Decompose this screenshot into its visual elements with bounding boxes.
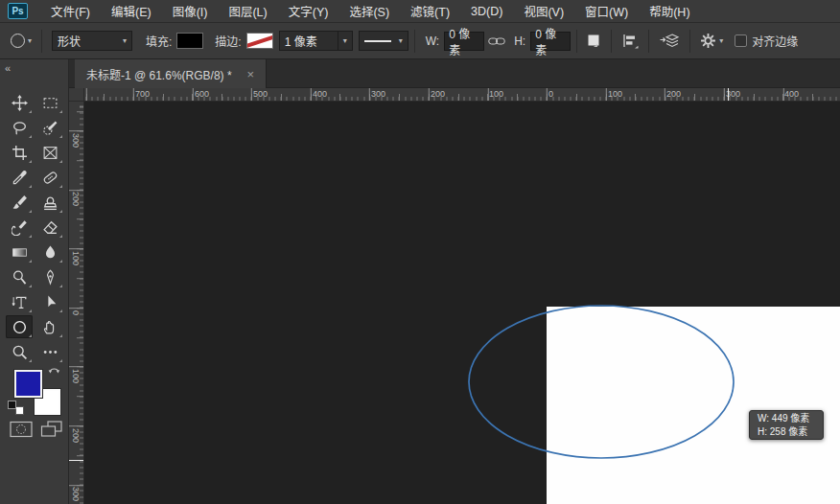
- blur-tool[interactable]: [36, 241, 63, 263]
- path-selection-tool[interactable]: [36, 290, 63, 313]
- horizontal-ruler[interactable]: 700 600 500 400 300 200 100 0 100 200 30…: [84, 88, 840, 102]
- pen-tool[interactable]: [36, 265, 63, 288]
- ruler-label: 700: [135, 89, 150, 99]
- quick-mask-icon: [10, 420, 34, 439]
- stroke-width-dropdown-button[interactable]: ▾: [338, 31, 353, 51]
- menu-edit[interactable]: 编辑(E): [101, 0, 162, 22]
- foreground-color-swatch[interactable]: [14, 370, 42, 398]
- pen-nib-icon: [42, 269, 58, 286]
- ruler-label: 300: [71, 487, 81, 501]
- swap-arrows-icon: [47, 364, 61, 376]
- ruler-origin-box[interactable]: [69, 88, 84, 102]
- menu-bar: Ps 文件(F) 编辑(E) 图像(I) 图层(L) 文字(Y) 选择(S) 滤…: [0, 0, 840, 23]
- frame-tool[interactable]: [36, 141, 63, 164]
- ruler-label: 400: [313, 89, 327, 99]
- ruler-label: 100: [71, 251, 81, 265]
- collapse-panel-icon[interactable]: «: [5, 62, 10, 74]
- shape-height-input[interactable]: 0 像素: [530, 32, 571, 51]
- gradient-tool[interactable]: [6, 241, 33, 263]
- ruler-label: 100: [489, 89, 503, 99]
- spot-healing-brush-tool[interactable]: [36, 166, 63, 189]
- eraser-tool[interactable]: [36, 216, 63, 239]
- history-brush-icon: [12, 219, 28, 236]
- stroke-width-input[interactable]: 1 像素: [279, 31, 338, 51]
- menu-file[interactable]: 文件(F): [40, 0, 101, 22]
- shape-size-tooltip: W: 449 像素 H: 258 像素: [749, 410, 824, 440]
- ellipse-tool[interactable]: [6, 315, 33, 338]
- path-operations-icon: [587, 34, 601, 49]
- ruler-label: 100: [71, 369, 81, 383]
- clone-stamp-tool[interactable]: [36, 191, 63, 214]
- history-brush-tool[interactable]: [6, 216, 33, 239]
- eyedropper-icon: [12, 170, 28, 186]
- close-tab-icon[interactable]: ×: [247, 67, 255, 81]
- lasso-icon: [12, 120, 28, 136]
- default-colors-button[interactable]: [8, 401, 24, 415]
- document-tab[interactable]: 未标题-1 @ 61.6%(RGB/8) * ×: [75, 59, 267, 88]
- shape-width-input[interactable]: 0 像素: [444, 32, 484, 51]
- ruler-label: 500: [253, 89, 268, 99]
- move-tool[interactable]: [6, 91, 33, 114]
- brush-icon: [12, 195, 28, 211]
- tool-preset-picker[interactable]: ▾: [7, 34, 35, 48]
- menu-layer[interactable]: 图层(L): [218, 0, 277, 22]
- chevron-down-icon: ▾: [719, 36, 723, 45]
- arrange-layers-icon: [659, 34, 680, 49]
- tooltip-width-line: W: 449 像素: [758, 412, 823, 425]
- crop-tool[interactable]: [6, 141, 33, 164]
- menu-filter[interactable]: 滤镜(T): [400, 0, 460, 22]
- photoshop-window: Ps 文件(F) 编辑(E) 图像(I) 图层(L) 文字(Y) 选择(S) 滤…: [0, 0, 840, 504]
- path-alignment-button[interactable]: [618, 32, 642, 51]
- edit-toolbar-button[interactable]: [36, 340, 63, 363]
- ellipsis-icon: [42, 344, 58, 360]
- shape-settings-button[interactable]: ▾: [696, 31, 727, 51]
- eyedropper-tool[interactable]: [6, 166, 33, 189]
- gradient-icon: [12, 244, 28, 261]
- menu-type[interactable]: 文字(Y): [278, 0, 339, 22]
- shape-width-value: 0 像素: [449, 25, 479, 57]
- path-operations-button[interactable]: [583, 32, 605, 51]
- quick-selection-tool[interactable]: [36, 116, 63, 139]
- solid-line-icon: [364, 40, 391, 42]
- vertical-ruler[interactable]: 300 200 100 0 100 200 300: [69, 102, 84, 504]
- lasso-tool[interactable]: [6, 116, 33, 139]
- gear-icon: [700, 33, 716, 49]
- cursor-position-marker: [69, 460, 83, 461]
- bandage-icon: [42, 170, 58, 186]
- rectangular-marquee-tool[interactable]: [36, 91, 63, 114]
- magnifier-icon: [12, 344, 28, 360]
- menu-image[interactable]: 图像(I): [162, 0, 219, 22]
- hand-tool[interactable]: [36, 315, 63, 338]
- document-window: 700 600 500 400 300 200 100 0 100 200 30…: [69, 88, 840, 504]
- swap-colors-button[interactable]: [47, 364, 61, 376]
- fill-color-swatch[interactable]: [176, 33, 203, 49]
- shape-mode-select[interactable]: 形状 ▾: [52, 31, 132, 51]
- menu-window[interactable]: 窗口(W): [574, 0, 639, 22]
- brush-tool[interactable]: [6, 191, 33, 214]
- menu-select[interactable]: 选择(S): [338, 0, 400, 22]
- width-label: W:: [426, 34, 439, 48]
- stroke-type-select[interactable]: ▾: [359, 31, 408, 51]
- ruler-label: 200: [71, 192, 81, 206]
- default-foreground-icon: [8, 401, 16, 409]
- separator: [576, 30, 577, 53]
- path-arrangement-button[interactable]: [655, 32, 684, 51]
- screen-mode-button[interactable]: [40, 420, 63, 439]
- zoom-tool[interactable]: [6, 340, 33, 363]
- link-dimensions-button[interactable]: [484, 34, 509, 49]
- menu-3d[interactable]: 3D(D): [460, 0, 513, 22]
- stroke-color-swatch[interactable]: [246, 33, 273, 49]
- separator: [648, 30, 649, 53]
- ruler-label: 0: [548, 89, 553, 99]
- menu-view[interactable]: 视图(V): [513, 0, 574, 22]
- quick-mask-button[interactable]: [10, 420, 34, 439]
- ruler-label: 100: [608, 89, 622, 99]
- dodge-tool[interactable]: [6, 265, 33, 288]
- ellipse-tool-icon: [11, 34, 25, 48]
- horizontal-type-tool[interactable]: [6, 290, 33, 313]
- align-edges-checkbox[interactable]: [735, 34, 747, 47]
- canvas-area[interactable]: W: 449 像素 H: 258 像素: [84, 102, 840, 504]
- chevron-down-icon: ▾: [399, 36, 403, 45]
- menu-help[interactable]: 帮助(H): [639, 0, 700, 22]
- hand-icon: [42, 319, 58, 335]
